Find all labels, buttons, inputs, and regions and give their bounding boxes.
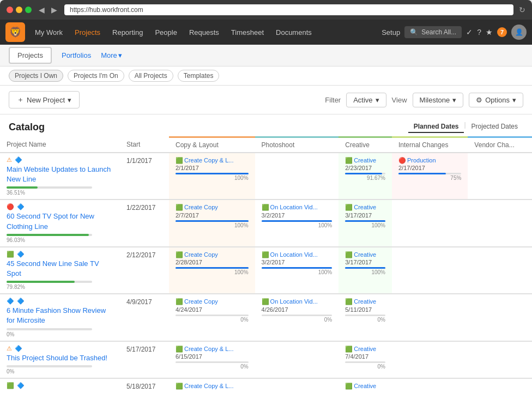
milestone-date: 2/23/2017 (345, 165, 385, 171)
gear-icon: ⚙ (476, 96, 482, 104)
milestone-production-icon: 🔴 (398, 156, 406, 165)
milestone-link[interactable]: 🟩Creative (345, 382, 385, 390)
project-name-link[interactable]: 6 Minute Fashion Show Review for Microsi… (7, 306, 113, 325)
milestone-link[interactable]: 🟩Create Copy (176, 251, 249, 259)
project-name-link[interactable]: Main Website Updates to Launch New Line (7, 165, 113, 184)
milestone-link[interactable]: 🟩Creative (345, 156, 385, 165)
nav-requests[interactable]: Requests (184, 26, 225, 39)
new-project-button[interactable]: ＋ New Project ▾ (9, 91, 80, 108)
milestone-link[interactable]: 🟩Create Copy (176, 203, 249, 211)
view-dropdown[interactable]: Milestone ▾ (413, 93, 464, 107)
planned-dates-btn[interactable]: Planned Dates (408, 121, 464, 133)
nav-reporting[interactable]: Reporting (107, 26, 148, 39)
nav-mywork[interactable]: My Work (29, 26, 68, 39)
cell-copy-layout: 🟩Create Copy 4/24/2017 0% (169, 294, 255, 341)
milestone-pct-label: 91.67% (345, 175, 385, 181)
milestone-link[interactable]: 🟩On Location Vid... (262, 203, 332, 211)
milestone-creative-icon: 🟩 (345, 203, 353, 211)
milestone-link[interactable]: 🟩Creative (345, 345, 385, 353)
milestone-cell-photoshoot: 🟩On Location Vid... 3/2/2017 100% (262, 251, 332, 275)
progress-bar-container (345, 267, 385, 269)
nav-timesheet[interactable]: Timesheet (226, 26, 269, 39)
filter-projects-im-on[interactable]: Projects I'm On (68, 70, 124, 82)
start-date: 5/17/2017 (126, 346, 155, 353)
notification-badge[interactable]: 7 (497, 27, 507, 37)
milestone-link[interactable]: 🟩On Location Vid... (262, 298, 332, 306)
browser-buttons (7, 7, 32, 13)
setup-link[interactable]: Setup (382, 28, 400, 37)
options-button[interactable]: ⚙ Options ▾ (469, 93, 523, 107)
info-icon: 🔷 (17, 203, 25, 210)
table-row: 🟩🔷 5/18/2017 🟩Create Copy & L... 🟩Creati… (0, 378, 532, 393)
milestone-link[interactable]: 🟩Create Copy & L... (176, 382, 249, 390)
milestone-link[interactable]: 🟩Create Copy & L... (176, 345, 249, 353)
project-name-link[interactable]: 45 Second New Line Sale TV Spot (7, 259, 113, 279)
close-btn[interactable] (7, 7, 13, 13)
filter-projects-i-own[interactable]: Projects I Own (9, 70, 63, 82)
search-bar[interactable]: 🔍 Search All... (404, 26, 462, 38)
table-row: 🔴🔷 60 Second TV Spot for New Clothing Li… (0, 199, 532, 246)
chevron-down-icon: ▾ (452, 96, 456, 104)
milestone-link[interactable]: 🟩Create Copy (176, 298, 249, 306)
maximize-btn[interactable] (25, 7, 32, 13)
cell-creative: 🟩Creative 5/11/2017 0% (338, 294, 392, 341)
filter-templates[interactable]: Templates (178, 70, 220, 82)
project-name-link[interactable]: 60 Second TV Spot for New Clothing Line (7, 211, 113, 231)
cell-project-name: 🔴🔷 60 Second TV Spot for New Clothing Li… (0, 199, 120, 246)
project-icons: 🔷🔷 (7, 298, 113, 305)
tab-more-dropdown[interactable]: More ▾ (101, 51, 122, 59)
progress-bar-container (345, 315, 385, 316)
app-logo[interactable]: 🦁 (5, 22, 25, 42)
cell-vendor (468, 294, 532, 341)
progress-bar-fill (262, 220, 332, 222)
milestone-link[interactable]: 🟩Create Copy & L... (176, 156, 249, 165)
project-name-link[interactable]: This Project Should be Trashed! (7, 353, 113, 363)
progress-bar-container (345, 220, 385, 222)
nav-projects[interactable]: Projects (69, 26, 106, 39)
start-date: 5/18/2017 (126, 383, 155, 390)
cell-creative: 🟩Creative 7/4/2017 0% (338, 341, 392, 378)
tab-portfolios[interactable]: Portfolios (54, 48, 99, 63)
milestone-link[interactable]: 🟩On Location Vid... (262, 251, 332, 259)
star-icon[interactable]: ★ (486, 28, 493, 37)
milestone-creative-icon: 🟩 (345, 298, 353, 306)
milestone-creative-icon: 🟩 (345, 382, 353, 390)
warn-icon: ⚠ (7, 345, 12, 352)
nav-documents[interactable]: Documents (270, 26, 317, 39)
red-circle-icon: 🔴 (7, 203, 14, 210)
app-container: 🦁 My Work Projects Reporting People Requ… (0, 20, 532, 393)
milestone-pct-label: 0% (262, 317, 332, 323)
nav-people[interactable]: People (149, 26, 182, 39)
milestone-link[interactable]: 🟩Creative (345, 203, 385, 211)
milestone-pct-label: 0% (345, 364, 385, 370)
milestone-link[interactable]: 🔴Production (398, 156, 461, 165)
progress-bar-container (345, 361, 385, 363)
project-icons: 🔴🔷 (7, 203, 113, 210)
back-button[interactable]: ◀ (37, 5, 46, 14)
progress-bar-fill (176, 267, 249, 269)
help-icon[interactable]: ? (477, 28, 481, 37)
filter-dropdown[interactable]: Active ▾ (346, 93, 386, 107)
tab-projects[interactable]: Projects (9, 47, 52, 64)
address-bar[interactable]: https://hub.workfront.com (64, 4, 513, 15)
milestone-link[interactable]: 🟩Creative (345, 298, 385, 306)
milestone-copy-icon: 🟩 (176, 203, 183, 211)
cell-photoshoot (255, 153, 339, 199)
progress-bar-container (262, 315, 332, 316)
more-label: More (101, 51, 117, 59)
milestone-link[interactable]: 🟩Creative (345, 251, 385, 259)
filter-all-projects[interactable]: All Projects (129, 70, 173, 82)
cell-project-name: 🟩🔷 (0, 378, 120, 393)
projected-dates-btn[interactable]: Projected Dates (466, 121, 523, 133)
user-avatar[interactable]: 👤 (511, 25, 527, 40)
reload-button[interactable]: ↻ (519, 5, 525, 14)
forward-button[interactable]: ▶ (50, 5, 59, 14)
cell-creative: 🟩Creative 3/17/2017 100% (338, 247, 392, 294)
col-creative: Creative (338, 137, 392, 153)
checkmark-icon[interactable]: ✓ (466, 28, 473, 37)
options-label: Options (485, 96, 510, 104)
top-nav: 🦁 My Work Projects Reporting People Requ… (0, 20, 532, 45)
minimize-btn[interactable] (16, 7, 22, 13)
milestone-pct-label: 0% (176, 317, 249, 323)
project-progress-bar (7, 234, 89, 236)
